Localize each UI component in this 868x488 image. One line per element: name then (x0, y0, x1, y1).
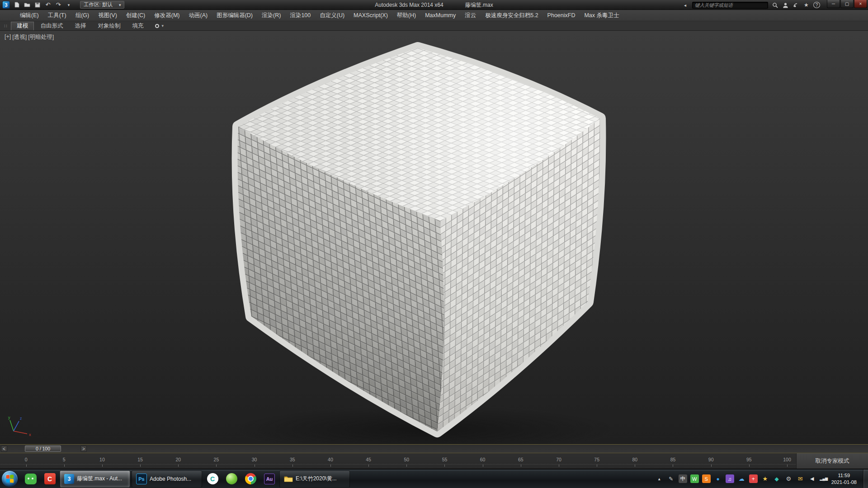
woven-cube-object[interactable] (0, 31, 868, 444)
taskbar-wechat-button[interactable] (22, 470, 40, 488)
viewport-view-label[interactable]: [透视] (12, 33, 27, 41)
app-logo-icon[interactable]: 3 (2, 1, 10, 9)
music-app-icon[interactable]: ♫ (726, 474, 734, 483)
menu-item[interactable]: PhoenixFD (543, 10, 580, 21)
ruler-tick-mark (216, 465, 217, 467)
close-button[interactable]: × (854, 0, 867, 8)
menu-item[interactable]: 创建(C) (122, 10, 150, 21)
save-file-icon[interactable] (34, 1, 41, 9)
ruler-tick-mark (749, 465, 750, 467)
toolbar-options-caret-icon[interactable]: ▾ (65, 1, 72, 9)
ruler-tick-label: 20 (175, 457, 181, 462)
svg-text:x: x (29, 432, 31, 437)
cancel-expert-mode-button[interactable]: 取消专家模式 (796, 453, 868, 469)
ruler-tick-label: 100 (783, 457, 791, 462)
document-title: 藤编筐.max (465, 1, 493, 9)
ruler-tick-label: 65 (518, 457, 524, 462)
menu-item[interactable]: 视图(V) (94, 10, 122, 21)
quick-access-toolbar: 3 ↶ ↷ ▾ 工作区: 默认 ▾ (0, 1, 124, 9)
menu-item[interactable]: 渲染100 (285, 10, 315, 21)
menu-item[interactable]: 编辑(E) (15, 10, 43, 21)
redo-icon[interactable]: ↷ (55, 1, 62, 9)
3dsmax-icon: 3 (64, 474, 74, 484)
menu-item[interactable]: 图形编辑器(D) (212, 10, 257, 21)
ruler-tick-label: 10 (99, 457, 105, 462)
security-center-icon[interactable]: + (749, 474, 758, 483)
ruler-tick-label: 75 (594, 457, 599, 462)
new-file-icon[interactable] (13, 1, 20, 9)
next-frame-button[interactable]: > (80, 446, 87, 452)
wechat-tray-icon[interactable]: W (690, 474, 699, 483)
minimize-button[interactable]: ─ (827, 0, 840, 8)
cloud-sync-icon[interactable]: ☁ (737, 474, 746, 483)
ruler-tick-label: 95 (746, 457, 752, 462)
menu-item[interactable]: 渲云 (460, 10, 481, 21)
search-icon[interactable] (772, 1, 778, 9)
ribbon-tab[interactable]: 建模 (11, 22, 34, 30)
previous-frame-button[interactable]: < (1, 446, 7, 452)
menu-item[interactable]: 修改器(M) (150, 10, 184, 21)
start-button[interactable] (1, 470, 18, 487)
viewport[interactable]: [+] [透视] [明暗处理] (0, 31, 868, 444)
ribbon-tab[interactable]: 对象绘制 (92, 22, 126, 30)
show-desktop-button[interactable] (863, 469, 868, 488)
time-slider-handle[interactable]: 0 / 100 (25, 446, 61, 452)
netdisk-icon[interactable]: ◆ (773, 474, 781, 483)
taskbar-chrome-button[interactable] (241, 470, 259, 488)
ribbon-grip-icon[interactable]: ∷ (0, 23, 11, 28)
undo-icon[interactable]: ↶ (44, 1, 52, 9)
taskbar-task-photoshop[interactable]: Ps Adobe Photosh... (132, 470, 202, 488)
ime-chinese-icon[interactable]: 中 (679, 474, 687, 483)
menu-item[interactable]: 渲染(R) (257, 10, 285, 21)
sign-in-icon[interactable] (782, 1, 789, 9)
time-slider-track[interactable]: < 0 / 100 > (0, 445, 868, 453)
mail-tray-icon[interactable]: ✉ (796, 474, 805, 483)
menu-item[interactable]: 极速瘦身安全归档5.2 (481, 10, 542, 21)
taskbar-clock[interactable]: 11:59 2021-01-08 (831, 472, 857, 485)
timeline-ruler[interactable]: 0510152025303540455055606570758085909510… (0, 453, 796, 469)
help-icon[interactable]: ? (813, 2, 820, 8)
menu-item[interactable]: 自定义(U) (315, 10, 349, 21)
ruler-tick-mark (102, 465, 103, 467)
workspace-selector[interactable]: 工作区: 默认 ▾ (80, 1, 124, 9)
pen-icon[interactable]: ✎ (667, 474, 675, 483)
viewport-shading-label[interactable]: [明暗处理] (28, 33, 54, 41)
ruler-tick-mark (26, 465, 27, 467)
ribbon-caret-icon[interactable]: ▾ (161, 23, 164, 28)
tray-expand-icon[interactable]: ▴ (655, 474, 664, 483)
taskbar-audition-button[interactable]: Au (260, 470, 278, 488)
menu-item[interactable]: 帮助(H) (392, 10, 420, 21)
favorites-star-icon[interactable]: ★ (803, 1, 810, 9)
menu-item[interactable]: Max 杀毒卫士 (580, 10, 623, 21)
ruler-tick-mark (178, 465, 179, 467)
favorites-app-icon[interactable]: ★ (761, 474, 769, 483)
open-file-icon[interactable] (24, 1, 31, 9)
viewport-menu-plus[interactable]: [+] (5, 33, 11, 41)
ruler-tick-label: 15 (137, 457, 143, 462)
viewport-label: [+] [透视] [明暗处理] (5, 33, 54, 41)
menu-item[interactable]: MAXScript(X) (349, 10, 392, 21)
menu-item[interactable]: 组(G) (71, 10, 94, 21)
taskbar-teal-c-app-button[interactable]: C (203, 470, 222, 488)
ribbon-tab[interactable]: 选择 (69, 22, 91, 30)
menu-item[interactable]: 动画(A) (184, 10, 212, 21)
maximize-button[interactable]: ▢ (840, 0, 854, 8)
network-icon[interactable]: ▂▄▆ (820, 474, 828, 483)
messenger-dot-icon[interactable]: ● (714, 474, 722, 483)
sogou-input-icon[interactable]: S (702, 474, 711, 483)
menu-item[interactable]: MaxMummy (420, 10, 460, 21)
communication-center-icon[interactable] (793, 1, 799, 9)
menu-item[interactable]: 工具(T) (43, 10, 71, 21)
taskbar-green-browser-button[interactable] (222, 470, 241, 488)
taskbar-red-c-app-button[interactable]: C (41, 470, 59, 488)
taskbar-task-3dsmax[interactable]: 3 藤编筐.max - Aut... (60, 470, 130, 488)
volume-icon[interactable]: ◀ (808, 474, 816, 483)
taskbar-task-explorer[interactable]: E:\天竹2020\黄... (279, 470, 350, 488)
ribbon-toggle-icon[interactable] (155, 24, 159, 28)
infocenter-search-input[interactable] (692, 2, 768, 9)
ribbon-tab[interactable]: 自由形式 (35, 22, 68, 30)
settings-tray-icon[interactable]: ⚙ (784, 474, 793, 483)
ruler-tick-mark (673, 465, 673, 467)
ribbon-tab[interactable]: 填充 (127, 22, 149, 30)
infocenter-collapse-icon[interactable]: ◂ (682, 1, 689, 9)
